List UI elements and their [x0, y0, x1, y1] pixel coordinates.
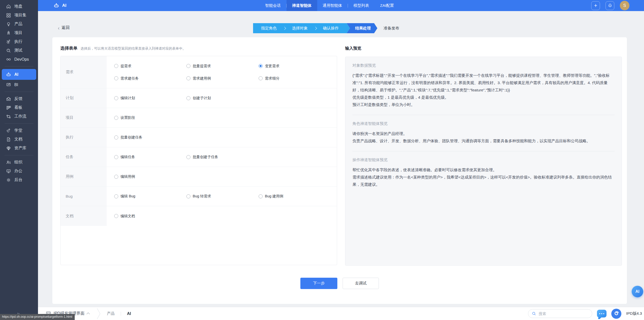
chevron-left-icon: ‹ — [58, 25, 60, 30]
breadcrumb-product[interactable]: 产品 — [107, 311, 115, 316]
sidebar-item-admin[interactable]: 后台 — [2, 175, 36, 184]
sidebar-item-assets[interactable]: 资产库 — [2, 144, 36, 153]
sidebar-item-label: 产品 — [14, 21, 22, 27]
sidebar-item-ai[interactable]: AI — [2, 69, 36, 80]
zentao-logo-icon[interactable] — [611, 309, 621, 319]
table-row: 计划 编辑计划 创建子计划 — [61, 88, 337, 108]
radio-option[interactable]: 创建子计划 — [186, 96, 259, 100]
status-url-tooltip: https://ipd.sh.oop.cc/ai-promptsettarget… — [0, 314, 75, 320]
sidebar-item-product[interactable]: 产品 — [2, 20, 36, 28]
mail-icon — [6, 96, 11, 101]
nav-general-agent[interactable]: 通用智能体 — [317, 0, 348, 11]
sidebar-item-test[interactable]: 测试 — [2, 46, 36, 55]
form-title: 选择表单 — [60, 45, 77, 51]
radio-option[interactable]: 编辑文档 — [114, 214, 186, 219]
radio-option[interactable]: 提需求 — [114, 64, 186, 68]
sidebar-item-org[interactable]: 组织 — [2, 158, 36, 167]
wizard-step-assign-role[interactable]: 指定角色 — [255, 26, 283, 31]
next-step-button[interactable]: 下一步 — [300, 278, 337, 289]
kanban-icon — [6, 105, 11, 110]
operation-preview-text: 帮忙优化其中各字段的表述，使表述清晰准确。必要时可以修改需求使其更加合理。 — [352, 166, 615, 173]
grid-icon — [6, 13, 11, 18]
add-button[interactable] — [591, 1, 600, 10]
search-box — [528, 309, 592, 318]
sidebar-item-office[interactable]: OA 办公 — [2, 167, 36, 175]
sidebar-item-bi[interactable]: BI — [2, 80, 36, 89]
radio-option[interactable]: 批量创建任务 — [114, 135, 186, 140]
row-category-label: 任务 — [61, 147, 107, 167]
sidebar-item-label: 测试 — [14, 48, 22, 53]
nav-smart-chat[interactable]: 智能会话 — [260, 0, 286, 11]
radio-option[interactable]: 编辑 Bug — [114, 194, 186, 199]
row-category-label: 执行 — [61, 128, 107, 147]
app-brand: AI — [54, 3, 66, 8]
radio-option[interactable]: 批量创建子任务 — [186, 155, 259, 159]
breadcrumb-ai[interactable]: AI — [127, 311, 131, 316]
sidebar-item-label: 地盘 — [14, 4, 22, 9]
user-avatar[interactable]: S — [620, 1, 629, 10]
content-card: 选择表单 选择后，可以将大语言模型返回的结果直接录入到禅道对应的表单中。 需求 … — [52, 37, 627, 304]
search-input[interactable] — [539, 311, 589, 316]
object-preview-note: 优先级是数值类型，1 是最高优先级，4 是最低优先级。 — [352, 94, 615, 101]
nav-model-list[interactable]: 模型列表 — [348, 0, 375, 11]
bottombar: IPD研发管理界面 产品 AI IPD版4.3 — [38, 307, 644, 320]
radio-option[interactable]: 编辑任务 — [114, 155, 186, 159]
radio-option[interactable]: 需求细分 — [259, 76, 331, 81]
nav-zentao-agent[interactable]: 禅道智能体 — [287, 0, 317, 11]
radio-option[interactable]: 需求建任务 — [114, 76, 186, 81]
step-wizard: 指定角色 选择对象 确认操作 结果处理 准备发布 — [253, 23, 399, 33]
wizard-step-result-current[interactable]: 结果处理 — [347, 23, 377, 33]
preview-title: 输入预览 — [345, 46, 361, 51]
radio-option[interactable]: 批量提需求 — [186, 64, 259, 68]
sidebar-item-school[interactable]: 学堂 — [2, 126, 36, 135]
feedback-chat-icon[interactable] — [597, 310, 607, 317]
table-row: 用例 编辑用例 — [61, 167, 337, 187]
radio-icon — [114, 135, 118, 139]
sidebar-item-label: 文档 — [14, 137, 22, 142]
operation-preview-text: 需求描述格式建议使用：作为一名<某种类型的用户>，我希望<达成某些目的>，这样可… — [352, 173, 615, 188]
magnifier-icon — [6, 48, 11, 53]
radio-option[interactable]: 需求建用例 — [186, 76, 259, 81]
sidebar-item-label: AI — [14, 72, 18, 77]
radio-option[interactable]: 设置阶段 — [114, 115, 186, 120]
sidebar-item-label: DevOps — [14, 57, 29, 62]
gear-icon — [6, 177, 11, 183]
sidebar-item-home[interactable]: 地盘 — [2, 2, 36, 11]
radio-option[interactable]: Bug 转需求 — [186, 194, 259, 199]
sidebar-item-doc[interactable]: 文档 — [2, 135, 36, 144]
sidebar-item-program[interactable]: 项目集 — [2, 11, 36, 20]
bottombar-right: IPD版4.3 — [528, 309, 642, 319]
document-icon — [6, 137, 11, 142]
sidebar-item-execution[interactable]: 执行 — [2, 37, 36, 46]
radio-option[interactable]: 编辑计划 — [114, 96, 186, 100]
radio-icon — [186, 194, 190, 198]
object-preview-json: {"需求":{"需求标题":"开发一个在线学习平台","需求描述":"我们需要开… — [352, 72, 615, 94]
nav-zai-config[interactable]: ZAI配置 — [375, 0, 399, 11]
sidebar-divider — [5, 155, 33, 155]
sidebar-item-kanban[interactable]: 看板 — [2, 103, 36, 112]
robot-logo-icon — [54, 3, 59, 8]
radio-option[interactable]: 编辑用例 — [114, 174, 186, 179]
radio-icon — [186, 76, 190, 80]
sidebar-item-feedback[interactable]: 反馈 — [2, 94, 36, 103]
sidebar-item-label: 办公 — [14, 168, 22, 174]
sidebar-item-devops[interactable]: DevOps — [2, 55, 36, 64]
wizard-step-select-object[interactable]: 选择对象 — [286, 26, 314, 31]
sidebar-item-project[interactable]: 项目 — [2, 28, 36, 37]
wizard-step-confirm-action[interactable]: 确认操作 — [316, 26, 345, 31]
role-preview-title: 角色禅道智能体预览 — [352, 121, 615, 126]
bell-icon — [608, 3, 612, 8]
sidebar-item-label: BI — [14, 83, 18, 87]
back-button[interactable]: ‹ 返回 — [58, 25, 70, 30]
sidebar-item-workflow[interactable]: 工作流 — [2, 112, 36, 121]
debug-button[interactable]: 去调试 — [343, 278, 379, 289]
table-row: 项目 设置阶段 — [61, 108, 337, 128]
radio-option[interactable]: Bug 建用例 — [259, 194, 331, 199]
notification-button[interactable] — [606, 1, 614, 10]
row-options: 编辑任务 批量创建子任务 — [107, 147, 337, 167]
row-options: 编辑文档 — [107, 206, 337, 226]
radio-option-selected[interactable]: 变更需求 — [259, 64, 331, 68]
caret-up-icon — [87, 312, 90, 316]
ai-assistant-fab[interactable]: AI — [632, 286, 643, 297]
row-options: 提需求 批量提需求 变更需求 需求建任务 需求建用例 需求细分 — [107, 56, 337, 88]
